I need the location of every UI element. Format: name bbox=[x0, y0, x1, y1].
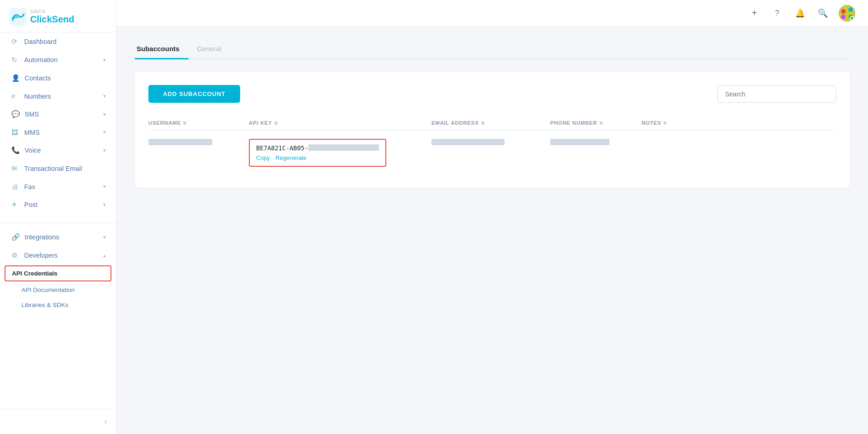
sidebar-label-automation: Automation bbox=[24, 56, 58, 64]
sidebar-item-developers[interactable]: ⚙ Developers ▴ bbox=[0, 246, 116, 265]
tab-subaccounts-label: Subaccounts bbox=[137, 45, 179, 53]
search-input[interactable] bbox=[717, 85, 836, 103]
sidebar-sub-item-api-documentation[interactable]: API Documentation bbox=[0, 282, 116, 297]
logo-brand-text: SINCH ClickSend bbox=[30, 9, 74, 25]
sort-icon-email[interactable]: ⇅ bbox=[481, 121, 485, 126]
main-card: ADD SUBACCOUNT USERNAME ⇅ API KEY ⇅ EMAI… bbox=[135, 72, 850, 188]
chevron-down-icon: ▾ bbox=[103, 202, 106, 208]
th-username: USERNAME ⇅ bbox=[148, 120, 249, 126]
sidebar-sub-item-api-credentials[interactable]: API Credentials bbox=[5, 265, 111, 281]
help-button[interactable]: ? bbox=[770, 6, 784, 20]
sort-icon-username[interactable]: ⇅ bbox=[183, 121, 187, 126]
collapse-icon: ‹ bbox=[105, 418, 107, 426]
th-api-key-label: API KEY bbox=[249, 120, 272, 126]
add-button[interactable]: + bbox=[747, 6, 761, 20]
cell-phone bbox=[550, 139, 642, 146]
chevron-down-icon: ▾ bbox=[103, 93, 106, 99]
user-avatar[interactable] bbox=[839, 5, 855, 21]
table-row: BE7A821C-AB05- Copy Regenerate bbox=[148, 131, 836, 175]
phone-blurred bbox=[550, 139, 610, 145]
sidebar-sub-item-libraries-sdks[interactable]: Libraries & SDKs bbox=[0, 297, 116, 312]
add-subaccount-button[interactable]: ADD SUBACCOUNT bbox=[148, 85, 240, 103]
avatar-status-dot bbox=[850, 16, 854, 21]
sidebar-label-numbers: Numbers bbox=[24, 93, 51, 100]
sidebar-item-voice[interactable]: 📞 Voice ▾ bbox=[0, 141, 116, 159]
cell-email bbox=[431, 139, 550, 146]
copy-link[interactable]: Copy bbox=[256, 154, 270, 161]
chevron-down-icon: ▾ bbox=[103, 129, 106, 135]
email-blurred bbox=[431, 139, 505, 145]
integrations-icon: 🔗 bbox=[11, 233, 20, 241]
api-key-actions: Copy Regenerate bbox=[256, 154, 379, 161]
post-icon: ✈ bbox=[11, 201, 20, 209]
sidebar-item-contacts[interactable]: 👤 Contacts bbox=[0, 69, 116, 87]
main-area: + ? 🔔 🔍 Subaccounts bbox=[116, 0, 868, 434]
sort-icon-phone[interactable]: ⇅ bbox=[599, 121, 603, 126]
sidebar-label-sms: SMS bbox=[25, 111, 39, 118]
sidebar-label-post: Post bbox=[24, 201, 37, 208]
chevron-up-icon: ▴ bbox=[103, 253, 106, 259]
voice-icon: 📞 bbox=[11, 146, 20, 154]
sidebar-sub-label-api-credentials: API Credentials bbox=[12, 270, 58, 277]
question-icon: ? bbox=[775, 9, 779, 17]
sidebar-bottom: ‹ bbox=[0, 409, 116, 434]
app-name: ClickSend bbox=[30, 14, 74, 25]
sms-icon: 💬 bbox=[11, 110, 20, 118]
username-blurred bbox=[148, 139, 212, 145]
th-email: EMAIL ADDRESS ⇅ bbox=[431, 120, 550, 126]
bell-icon: 🔔 bbox=[795, 8, 805, 18]
sidebar-label-dashboard: Dashboard bbox=[24, 38, 57, 45]
svg-point-3 bbox=[848, 7, 853, 12]
sidebar-label-transactional-email: Transactional Email bbox=[24, 165, 82, 172]
regenerate-link[interactable]: Regenerate bbox=[275, 154, 306, 161]
th-api-key: API KEY ⇅ bbox=[249, 120, 431, 126]
email-icon: ✉ bbox=[11, 164, 20, 173]
content-area: Subaccounts General ADD SUBACCOUNT USERN… bbox=[116, 26, 868, 434]
sidebar-item-numbers[interactable]: # Numbers ▾ bbox=[0, 87, 116, 105]
notifications-button[interactable]: 🔔 bbox=[793, 6, 807, 20]
toolbar-row: ADD SUBACCOUNT bbox=[148, 85, 836, 103]
sidebar: SINCH ClickSend ⟳ Dashboard ↻ Automation… bbox=[0, 0, 116, 434]
logo-container: SINCH ClickSend bbox=[0, 0, 116, 32]
sidebar-item-post[interactable]: ✈ Post ▾ bbox=[0, 196, 116, 214]
chevron-down-icon: ▾ bbox=[103, 184, 106, 190]
search-button[interactable]: 🔍 bbox=[816, 6, 830, 20]
sinch-label: SINCH bbox=[30, 9, 74, 14]
sidebar-item-dashboard[interactable]: ⟳ Dashboard bbox=[0, 32, 116, 51]
fax-icon: 🖨 bbox=[11, 183, 20, 191]
chevron-down-icon: ▾ bbox=[103, 148, 106, 153]
contacts-icon: 👤 bbox=[11, 74, 20, 82]
sidebar-item-mms[interactable]: 🖼 MMS ▾ bbox=[0, 123, 116, 141]
th-notes: NOTES ⇅ bbox=[642, 120, 836, 126]
th-phone-label: PHONE NUMBER bbox=[550, 120, 597, 126]
th-email-label: EMAIL ADDRESS bbox=[431, 120, 479, 126]
sort-icon-api-key[interactable]: ⇅ bbox=[274, 121, 278, 126]
chevron-down-icon: ▾ bbox=[103, 111, 106, 117]
sidebar-collapse-button[interactable]: ‹ bbox=[0, 414, 116, 429]
mms-icon: 🖼 bbox=[11, 128, 20, 136]
sidebar-item-integrations[interactable]: 🔗 Integrations ▾ bbox=[0, 228, 116, 246]
api-key-prefix: BE7A821C-AB05- bbox=[256, 144, 308, 152]
sort-icon-notes[interactable]: ⇅ bbox=[663, 121, 667, 126]
th-phone: PHONE NUMBER ⇅ bbox=[550, 120, 642, 126]
sidebar-label-developers: Developers bbox=[24, 252, 58, 259]
topbar: + ? 🔔 🔍 bbox=[116, 0, 868, 26]
dashboard-icon: ⟳ bbox=[11, 37, 20, 46]
tab-general[interactable]: General bbox=[195, 40, 230, 59]
plus-icon: + bbox=[752, 8, 757, 18]
sidebar-item-fax[interactable]: 🖨 Fax ▾ bbox=[0, 178, 116, 196]
sidebar-label-fax: Fax bbox=[24, 183, 35, 191]
cell-username bbox=[148, 139, 249, 146]
api-key-container: BE7A821C-AB05- Copy Regenerate bbox=[249, 139, 386, 167]
search-icon: 🔍 bbox=[818, 8, 828, 18]
chevron-down-icon: ▾ bbox=[103, 234, 106, 240]
tab-subaccounts[interactable]: Subaccounts bbox=[135, 40, 189, 59]
automation-icon: ↻ bbox=[11, 56, 20, 64]
sidebar-item-transactional-email[interactable]: ✉ Transactional Email bbox=[0, 159, 116, 178]
sidebar-item-automation[interactable]: ↻ Automation ▾ bbox=[0, 51, 116, 69]
api-key-value: BE7A821C-AB05- bbox=[256, 144, 379, 152]
svg-point-2 bbox=[841, 9, 846, 14]
sidebar-sub-label-libraries-sdks: Libraries & SDKs bbox=[21, 302, 68, 308]
th-username-label: USERNAME bbox=[148, 120, 181, 126]
sidebar-item-sms[interactable]: 💬 SMS ▾ bbox=[0, 105, 116, 123]
